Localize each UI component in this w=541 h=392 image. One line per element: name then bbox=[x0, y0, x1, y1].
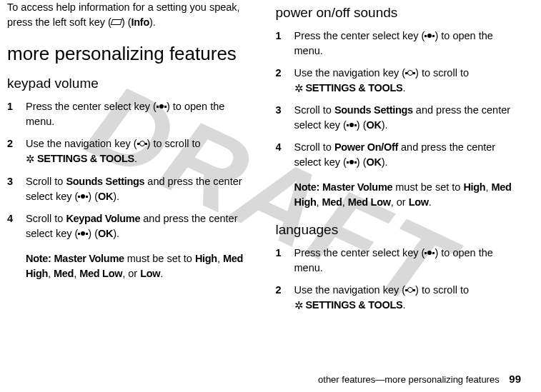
text: . bbox=[402, 299, 405, 311]
text: , or bbox=[391, 196, 409, 208]
step-number: 3 bbox=[7, 174, 26, 204]
text: must be set to bbox=[124, 253, 195, 264]
master-volume: Master Volume bbox=[322, 181, 392, 193]
step-number: 2 bbox=[276, 66, 294, 96]
intro-paragraph: To access help information for a setting… bbox=[7, 0, 253, 30]
steps-languages: 1 Press the center select key () to open… bbox=[276, 246, 522, 313]
opt: Med bbox=[54, 268, 74, 279]
step-number: 2 bbox=[276, 283, 294, 313]
opt: High bbox=[463, 181, 485, 193]
step-text: Use the navigation key () to scroll to ✲… bbox=[294, 283, 522, 313]
text: Scroll to bbox=[26, 213, 66, 224]
tools-icon: ✲ bbox=[26, 151, 35, 167]
step: 2 Use the navigation key () to scroll to… bbox=[276, 66, 522, 96]
text: ) ( bbox=[88, 191, 98, 202]
text: must be set to bbox=[392, 181, 463, 193]
page-content: To access help information for a setting… bbox=[0, 0, 541, 364]
step: 2 Use the navigation key () to scroll to… bbox=[276, 283, 522, 313]
step-text: Scroll to Power On/Off and press the cen… bbox=[294, 140, 522, 170]
ok-label: OK bbox=[98, 228, 113, 239]
text: ). bbox=[382, 119, 388, 131]
menu-target: Sounds Settings bbox=[66, 176, 144, 187]
opt: Med Low bbox=[348, 196, 391, 208]
ok-label: OK bbox=[98, 191, 113, 202]
text: ). bbox=[113, 191, 119, 202]
right-column: power on/off sounds 1 Press the center s… bbox=[264, 0, 522, 364]
text: , bbox=[342, 196, 348, 208]
menu-target: SETTINGS & TOOLS bbox=[306, 82, 403, 94]
text: . bbox=[160, 268, 163, 279]
heading-2: keypad volume bbox=[7, 74, 253, 94]
ok-label: OK bbox=[367, 156, 382, 168]
heading-1: more personalizing features bbox=[7, 43, 253, 65]
master-volume: Master Volume bbox=[54, 253, 124, 264]
step-text: Press the center select key () to open t… bbox=[294, 246, 522, 276]
page-footer: other features—more personalizing featur… bbox=[318, 373, 521, 385]
text: , or bbox=[122, 268, 140, 279]
ok-label: OK bbox=[367, 119, 382, 131]
text: ). bbox=[149, 16, 156, 28]
text: Use the navigation key ( bbox=[294, 67, 406, 79]
text: Scroll to bbox=[294, 141, 334, 153]
text: , bbox=[317, 196, 322, 208]
step-number: 3 bbox=[276, 103, 294, 133]
text: ) to scroll to bbox=[147, 138, 201, 149]
text: ) ( bbox=[88, 228, 98, 239]
step-number: 1 bbox=[276, 29, 294, 59]
steps-keypad-volume: 1 Press the center select key () to open… bbox=[7, 99, 253, 241]
text: ). bbox=[382, 156, 388, 168]
step-number: 1 bbox=[7, 99, 26, 129]
info-label: Info bbox=[131, 16, 149, 28]
step: 4 Scroll to Power On/Off and press the c… bbox=[276, 140, 522, 170]
center-select-icon bbox=[425, 251, 435, 256]
step-text: Scroll to Sounds Settings and press the … bbox=[26, 174, 253, 204]
text: . bbox=[429, 196, 432, 208]
step-number: 1 bbox=[276, 246, 294, 276]
opt: Low bbox=[140, 268, 160, 279]
step-text: Press the center select key () to open t… bbox=[26, 99, 253, 129]
step-text: Use the navigation key () to scroll to ✲… bbox=[294, 66, 522, 96]
opt: Med bbox=[322, 196, 342, 208]
nav-key-icon bbox=[405, 70, 415, 77]
center-select-icon bbox=[157, 104, 167, 110]
heading-2: languages bbox=[276, 220, 522, 240]
step-text: Press the center select key () to open t… bbox=[294, 29, 522, 59]
text: ) to scroll to bbox=[415, 284, 469, 296]
step: 3 Scroll to Sounds Settings and press th… bbox=[276, 103, 522, 133]
menu-target: SETTINGS & TOOLS bbox=[37, 153, 134, 164]
text: ) to scroll to bbox=[415, 67, 469, 79]
text: , bbox=[48, 268, 54, 279]
step: 4 Scroll to Keypad Volume and press the … bbox=[7, 211, 253, 241]
note-label: Note: bbox=[26, 253, 51, 264]
footer-text: other features—more personalizing featur… bbox=[318, 374, 500, 385]
step-number: 4 bbox=[276, 140, 294, 170]
opt: Med Low bbox=[79, 268, 122, 279]
center-select-icon bbox=[78, 194, 88, 200]
step-number: 2 bbox=[7, 136, 26, 167]
step: 1 Press the center select key () to open… bbox=[276, 246, 522, 276]
center-select-icon bbox=[347, 123, 357, 129]
page-number: 99 bbox=[509, 373, 521, 385]
menu-target: Power On/Off bbox=[334, 141, 398, 153]
text: ) ( bbox=[121, 16, 131, 28]
text: . bbox=[402, 82, 405, 94]
text: Use the navigation key ( bbox=[294, 284, 406, 296]
text: Press the center select key ( bbox=[294, 30, 425, 41]
text: Press the center select key ( bbox=[26, 101, 157, 112]
step: 3 Scroll to Sounds Settings and press th… bbox=[7, 174, 253, 204]
text: , bbox=[217, 253, 223, 264]
text: Scroll to bbox=[26, 176, 66, 187]
text: ) ( bbox=[357, 156, 367, 168]
center-select-icon bbox=[78, 231, 88, 237]
tools-icon: ✲ bbox=[294, 81, 304, 96]
nav-key-icon bbox=[405, 287, 415, 294]
text: ) ( bbox=[357, 119, 367, 131]
opt: High bbox=[195, 253, 217, 264]
step-text: Scroll to Keypad Volume and press the ce… bbox=[26, 211, 253, 241]
steps-power-sounds: 1 Press the center select key () to open… bbox=[276, 29, 522, 171]
text: . bbox=[134, 153, 137, 164]
text: Use the navigation key ( bbox=[26, 138, 137, 149]
left-column: To access help information for a setting… bbox=[7, 0, 264, 364]
step-text: Scroll to Sounds Settings and press the … bbox=[294, 103, 522, 133]
menu-target: Keypad Volume bbox=[66, 213, 140, 224]
